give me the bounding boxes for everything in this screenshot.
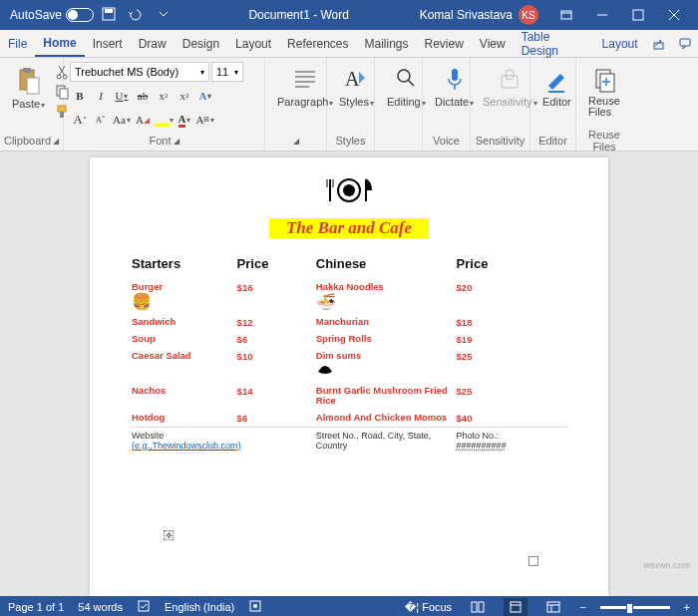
- menu-table: Starters Price Chinese Price Burger🍔$16H…: [130, 252, 568, 454]
- tab-mailings[interactable]: Mailings: [356, 30, 416, 57]
- table-resize-handle[interactable]: [528, 556, 538, 566]
- editor-icon: [544, 66, 568, 94]
- svg-rect-1: [105, 9, 113, 13]
- styles-icon: A: [343, 66, 369, 94]
- tab-draw[interactable]: Draw: [131, 30, 174, 57]
- group-reuse-files: Reuse Files Reuse Files: [576, 58, 632, 151]
- font-name-combo[interactable]: Trebuchet MS (Body)▾: [70, 62, 209, 82]
- group-clipboard: Paste Clipboard◢: [0, 58, 64, 151]
- font-size-combo[interactable]: 11▾: [211, 62, 243, 82]
- minimize-button[interactable]: [584, 0, 620, 30]
- tab-layout[interactable]: Layout: [227, 30, 279, 57]
- close-button[interactable]: [656, 0, 692, 30]
- watermark: wsxwn.com: [643, 560, 690, 570]
- bold-button[interactable]: B: [70, 86, 90, 106]
- svg-rect-5: [633, 10, 643, 20]
- svg-rect-42: [511, 602, 521, 612]
- autosave-label: AutoSave: [10, 8, 62, 22]
- title-bar: AutoSave Document1 - Word Komal Srivasta…: [0, 0, 698, 30]
- footer-photo: Photo No.:##########: [455, 427, 568, 454]
- subscript-button[interactable]: x2: [154, 86, 174, 106]
- strikethrough-button[interactable]: ab: [133, 86, 153, 106]
- tab-table-design[interactable]: Table Design: [514, 30, 594, 57]
- editor-button[interactable]: Editor: [536, 62, 577, 112]
- table-move-handle[interactable]: ✥: [164, 530, 174, 540]
- group-label-editor: Editor: [536, 133, 569, 149]
- col-chinese: Chinese: [314, 252, 455, 279]
- tab-design[interactable]: Design: [174, 30, 227, 57]
- shrink-font-button[interactable]: A˅: [91, 110, 111, 130]
- svg-point-36: [343, 184, 355, 196]
- group-sensitivity: Sensitivity Sensitivity: [471, 58, 530, 151]
- svg-rect-12: [27, 78, 39, 94]
- share-button[interactable]: [646, 30, 672, 57]
- avatar[interactable]: KS: [519, 5, 538, 25]
- clear-formatting-button[interactable]: A◢: [133, 110, 153, 130]
- change-case-button[interactable]: Aa: [112, 110, 132, 130]
- status-focus[interactable]: �¦ Focus: [405, 601, 452, 614]
- comments-button[interactable]: [672, 30, 698, 57]
- zoom-in-button[interactable]: +: [684, 601, 690, 613]
- user-name[interactable]: Komal Srivastava: [420, 8, 513, 22]
- superscript-button[interactable]: x2: [174, 86, 194, 106]
- document-area[interactable]: The Bar and Cafe Starters Price Chinese …: [0, 152, 698, 596]
- zoom-out-button[interactable]: −: [579, 601, 585, 613]
- italic-button[interactable]: I: [91, 86, 111, 106]
- restaurant-icon: [130, 175, 568, 212]
- svg-rect-28: [506, 70, 514, 80]
- tab-insert[interactable]: Insert: [85, 30, 131, 57]
- mic-icon: [443, 66, 467, 94]
- maximize-button[interactable]: [620, 0, 656, 30]
- font-color-button[interactable]: A: [174, 110, 194, 130]
- svg-rect-26: [452, 69, 458, 81]
- find-icon: [394, 66, 418, 94]
- status-words[interactable]: 54 words: [78, 601, 123, 613]
- web-layout-button[interactable]: [541, 598, 565, 616]
- text-effects-button[interactable]: A: [195, 86, 215, 106]
- svg-rect-2: [561, 11, 571, 19]
- undo-icon[interactable]: [127, 7, 145, 21]
- document-title: Document1 - Word: [178, 8, 420, 22]
- col-price2: Price: [455, 252, 568, 279]
- status-bar: Page 1 of 1 54 words English (India) �¦ …: [0, 596, 698, 616]
- noodles-icon: 🍜: [316, 292, 453, 311]
- underline-button[interactable]: U: [112, 86, 132, 106]
- menu-title: The Bar and Cafe: [269, 218, 429, 238]
- group-label-sensitivity: Sensitivity: [477, 133, 524, 149]
- zoom-slider[interactable]: [600, 606, 670, 609]
- quick-access-toolbar: [102, 7, 178, 24]
- group-label-reuse-files: Reuse Files: [582, 133, 626, 149]
- styles-button[interactable]: A Styles: [333, 62, 380, 112]
- status-proofing-icon[interactable]: [137, 599, 151, 615]
- tab-view[interactable]: View: [472, 30, 514, 57]
- qat-customize-icon[interactable]: [157, 7, 171, 21]
- group-styles: A Styles Styles: [327, 58, 375, 151]
- tab-table-layout[interactable]: Layout: [594, 30, 646, 57]
- read-mode-button[interactable]: [466, 598, 490, 616]
- ribbon-display-icon[interactable]: [548, 0, 584, 30]
- status-macro-icon[interactable]: [248, 599, 262, 615]
- print-layout-button[interactable]: [504, 598, 527, 616]
- tab-file[interactable]: File: [0, 30, 35, 57]
- tab-references[interactable]: References: [279, 30, 356, 57]
- dimsum-icon: [316, 362, 453, 380]
- svg-point-39: [253, 604, 257, 608]
- char-border-button[interactable]: A⊞: [195, 110, 215, 130]
- svg-rect-27: [502, 76, 518, 88]
- status-page[interactable]: Page 1 of 1: [8, 601, 64, 613]
- svg-rect-9: [680, 39, 690, 46]
- col-starters: Starters: [130, 252, 235, 279]
- autosave-toggle[interactable]: [66, 8, 94, 22]
- tab-review[interactable]: Review: [417, 30, 472, 57]
- status-language[interactable]: English (India): [165, 601, 234, 613]
- ribbon: Paste Clipboard◢ Trebuchet MS (Body)▾ 11…: [0, 58, 698, 152]
- tab-home[interactable]: Home: [35, 30, 84, 57]
- reuse-files-button[interactable]: Reuse Files: [582, 62, 626, 122]
- highlight-button[interactable]: [154, 110, 174, 130]
- grow-font-button[interactable]: A˄: [70, 110, 90, 130]
- paste-button[interactable]: Paste: [6, 62, 51, 114]
- group-label-clipboard: Clipboard◢: [6, 133, 57, 149]
- save-icon[interactable]: [102, 7, 116, 21]
- ribbon-tabs: File Home Insert Draw Design Layout Refe…: [0, 30, 698, 58]
- svg-text:A: A: [345, 68, 360, 90]
